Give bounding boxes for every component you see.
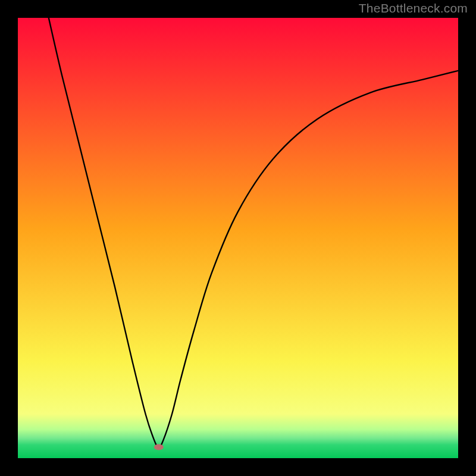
watermark-text: TheBottleneck.com [359,1,468,15]
chart-frame: TheBottleneck.com [0,0,476,476]
sweet-spot-marker [154,444,164,450]
plot-area [18,18,458,458]
gradient-background [18,18,458,458]
plot-svg [18,18,458,458]
